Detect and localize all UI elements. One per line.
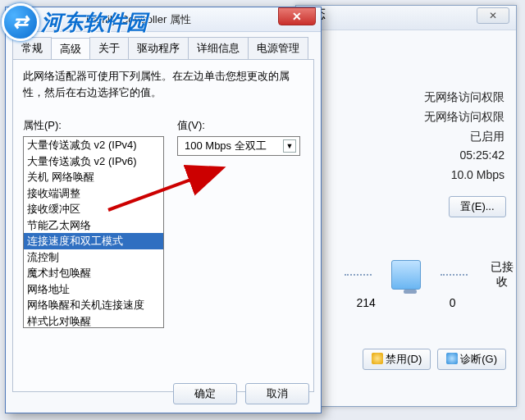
tab-电源管理[interactable]: 电源管理	[248, 37, 308, 59]
logo-badge-icon: ⇄	[2, 3, 39, 41]
dash-right-icon	[441, 274, 468, 276]
shield-info-icon	[446, 353, 458, 364]
logo-text: 河东软件园	[41, 8, 148, 37]
network-status-window: 态 ✕ 无网络访问权限 无网络访问权限 已启用 05:25:42 10.0 Mb…	[295, 5, 517, 407]
site-watermark: ⇄ 河东软件园	[2, 3, 148, 41]
property-item[interactable]: 连接速度和双工模式	[24, 233, 163, 249]
recv-label: 已接收	[487, 260, 516, 290]
value-selected: 100 Mbps 全双工	[185, 139, 267, 153]
property-item[interactable]: 大量传送减负 v2 (IPv4)	[24, 137, 163, 153]
media-state: 已启用	[296, 127, 504, 147]
close-button[interactable]: ✕	[278, 7, 316, 25]
close-button[interactable]: ✕	[477, 7, 509, 24]
dash-left-icon	[345, 274, 372, 276]
chevron-down-icon: ▼	[283, 139, 296, 153]
property-item[interactable]: 网络唤醒和关机连接速度	[24, 297, 163, 313]
duration: 05:25:42	[296, 146, 504, 166]
status-titlebar[interactable]: 态 ✕	[296, 6, 516, 30]
monitor-icon	[391, 260, 422, 290]
value-label: 值(V):	[177, 118, 304, 133]
property-item[interactable]: 大量传送减负 v2 (IPv6)	[24, 153, 163, 170]
ok-button[interactable]: 确定	[173, 383, 237, 404]
tab-高级[interactable]: 高级	[51, 38, 90, 60]
ipv6-status: 无网络访问权限	[296, 107, 504, 127]
property-item[interactable]: 接收缓冲区	[24, 201, 163, 217]
value-combobox[interactable]: 100 Mbps 全双工 ▼	[177, 136, 300, 156]
cancel-button[interactable]: 取消	[245, 383, 309, 404]
recv-count: 0	[450, 296, 456, 309]
disable-button[interactable]: 禁用(D)	[363, 349, 431, 370]
property-listbox[interactable]: 大量传送减负 v2 (IPv4)大量传送减负 v2 (IPv6)关机 网络唤醒接…	[23, 136, 164, 328]
shield-warning-icon	[372, 353, 383, 364]
property-item[interactable]: 接收端调整	[24, 185, 163, 202]
property-item[interactable]: 魔术封包唤醒	[24, 265, 163, 281]
tab-advanced-panel: 此网络适配器可使用下列属性。在左边单击您想更改的属性，然后在右边选择它的值。 属…	[12, 59, 314, 392]
diagnose-button[interactable]: 诊断(G)	[437, 349, 506, 370]
speed: 10.0 Mbps	[296, 166, 504, 185]
property-item[interactable]: 节能乙太网络	[24, 217, 163, 234]
adapter-properties-dialog: Family Controller 属性 ✕ 常规高级关于驱动程序详细信息电源管…	[5, 7, 322, 413]
tab-详细信息[interactable]: 详细信息	[188, 37, 249, 59]
property-item[interactable]: 关机 网络唤醒	[24, 169, 163, 185]
property-item[interactable]: 流控制	[24, 249, 163, 266]
property-label: 属性(P):	[23, 118, 164, 133]
sent-count: 214	[356, 296, 375, 309]
configure-button[interactable]: 置(E)...	[449, 196, 506, 217]
activity-panel: 已发送 已接收 214 0	[296, 260, 516, 316]
ipv4-status: 无网络访问权限	[296, 88, 504, 107]
connection-status-block: 无网络访问权限 无网络访问权限 已启用 05:25:42 10.0 Mbps	[296, 30, 516, 185]
property-item[interactable]: 网络地址	[24, 281, 163, 298]
description-text: 此网络适配器可使用下列属性。在左边单击您想更改的属性，然后在右边选择它的值。	[23, 68, 304, 100]
property-item[interactable]: 样式比对唤醒	[24, 313, 163, 328]
